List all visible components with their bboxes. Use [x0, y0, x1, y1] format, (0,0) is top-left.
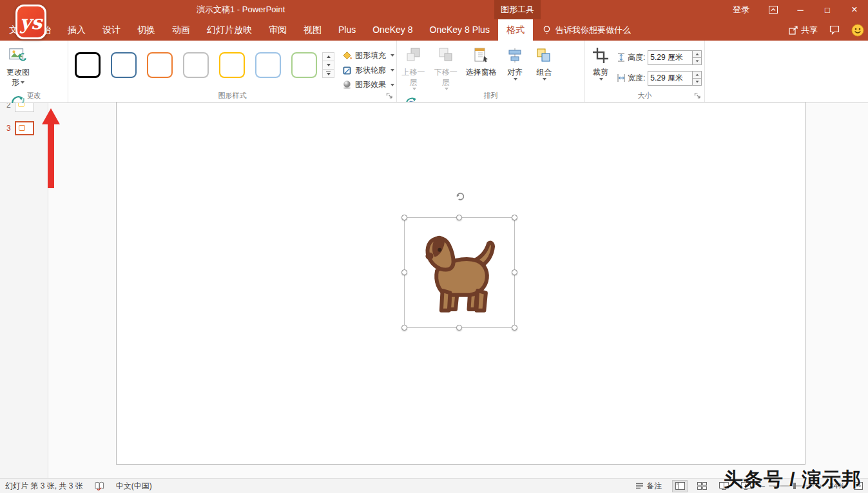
style-swatch-6[interactable]	[255, 52, 281, 78]
rotate-handle-icon[interactable]	[454, 190, 466, 202]
maximize-button[interactable]: □	[814, 0, 841, 19]
slide-indicator: 幻灯片 第 3 张, 共 3 张	[5, 481, 83, 492]
chevron-down-icon	[391, 69, 394, 72]
shape-effects-icon	[342, 80, 352, 90]
width-icon	[617, 73, 625, 82]
group-button[interactable]: 组合	[530, 42, 557, 81]
minimize-button[interactable]: ─	[787, 0, 814, 19]
title-bar: 演示文稿1 - PowerPoint 图形工具 登录 ─ □ ×	[0, 0, 868, 19]
tab-review[interactable]: 审阅	[260, 19, 295, 41]
watermark-text: 头条号 / 演示邦	[724, 467, 862, 493]
height-input[interactable]	[648, 51, 692, 64]
selection-pane-button[interactable]: 选择窗格	[463, 42, 499, 78]
triangle-down-icon	[327, 64, 331, 66]
gallery-more-icon	[326, 72, 331, 76]
dog-image[interactable]	[411, 227, 508, 320]
powerpoint-window: { "logo": { "text": "ys" }, "titlebar": …	[0, 0, 868, 493]
shape-outline-icon	[342, 66, 352, 75]
tab-transitions[interactable]: 切换	[129, 19, 164, 41]
change-shape-icon	[8, 45, 28, 66]
normal-view-button[interactable]	[672, 480, 688, 492]
resize-handle-e[interactable]	[512, 269, 517, 275]
notes-icon	[635, 483, 644, 489]
tab-plus[interactable]: Plus	[330, 19, 364, 41]
height-spinner	[648, 50, 702, 65]
tell-me-box[interactable]: 告诉我你想要做什么	[533, 19, 640, 41]
group-label-arrange: 排列	[397, 91, 584, 101]
ys-logo: ys	[15, 5, 46, 39]
smiley-icon	[851, 24, 864, 37]
crop-icon	[590, 45, 611, 66]
group-arrange: 上移一层 下移一层 选择窗格 对齐	[397, 41, 585, 102]
chevron-down-icon	[599, 78, 603, 81]
tab-format-active[interactable]: 格式	[498, 19, 533, 41]
gallery-scroll-down-button[interactable]	[322, 61, 334, 70]
resize-handle-w[interactable]	[401, 269, 407, 275]
align-icon	[505, 45, 525, 66]
group-change: 更改图 形 Convert to Shape 更改	[0, 41, 68, 102]
tab-slideshow[interactable]: 幻灯片放映	[198, 19, 260, 41]
change-shape-button[interactable]: 更改图 形	[1, 42, 35, 88]
group-size: 裁剪 高度:	[585, 41, 705, 102]
style-swatch-5[interactable]	[219, 52, 245, 78]
shape-fill-button[interactable]: 图形填充	[340, 48, 397, 63]
shape-effects-button[interactable]: 图形效果	[340, 77, 397, 92]
style-swatch-2[interactable]	[111, 52, 137, 78]
align-button[interactable]: 对齐	[501, 42, 528, 81]
ribbon-tab-row: 文 开始 插入 设计 切换 动画 幻灯片放映 审阅 视图 Plus OneKey…	[0, 19, 868, 41]
thumb-3-shape	[19, 125, 25, 131]
resize-handle-n[interactable]	[456, 215, 462, 220]
width-step-up-button[interactable]	[693, 72, 701, 78]
chevron-down-icon	[543, 78, 546, 81]
gallery-scroll-up-button[interactable]	[322, 52, 334, 61]
gallery-more-button[interactable]	[322, 69, 334, 78]
group-label-shape-styles: 图形样式	[68, 91, 396, 101]
resize-handle-ne[interactable]	[512, 215, 517, 220]
comment-icon[interactable]	[829, 25, 840, 35]
resize-handle-nw[interactable]	[401, 215, 407, 220]
style-swatch-3[interactable]	[147, 52, 173, 78]
share-icon	[789, 26, 798, 35]
group-label-size: 大小	[585, 91, 704, 101]
style-swatch-7[interactable]	[291, 52, 317, 78]
close-button[interactable]: ×	[841, 0, 868, 19]
tab-animations[interactable]: 动画	[164, 19, 198, 41]
width-step-down-button[interactable]	[693, 78, 701, 85]
chevron-down-icon	[514, 78, 517, 81]
tab-insert[interactable]: 插入	[59, 19, 94, 41]
chevron-down-icon	[391, 84, 394, 86]
notes-button[interactable]: 备注	[635, 481, 662, 492]
resize-handle-se[interactable]	[512, 325, 517, 331]
tab-onekey8plus[interactable]: OneKey 8 Plus	[421, 19, 498, 41]
width-input[interactable]	[648, 72, 692, 85]
selected-picture-dog[interactable]	[405, 218, 514, 327]
group-label-change: 更改	[0, 91, 68, 101]
ribbon-display-options-icon[interactable]	[760, 0, 787, 19]
bring-forward-button: 上移一层	[398, 42, 429, 90]
chevron-down-icon	[391, 54, 394, 57]
share-button[interactable]: 共享	[789, 24, 818, 36]
shape-outline-button[interactable]: 形状轮廓	[340, 63, 397, 78]
thumb-2-shape	[18, 103, 24, 107]
height-step-up-button[interactable]	[693, 51, 701, 57]
tab-design[interactable]: 设计	[94, 19, 129, 41]
spellcheck-icon[interactable]	[95, 481, 104, 490]
chevron-down-icon	[445, 88, 448, 90]
slide-sorter-view-button[interactable]	[694, 480, 709, 492]
tab-onekey8[interactable]: OneKey 8	[364, 19, 421, 41]
style-swatch-1[interactable]	[75, 52, 101, 78]
height-step-down-button[interactable]	[693, 57, 701, 64]
shape-styles-dialog-launcher-icon[interactable]	[386, 92, 394, 100]
language-indicator[interactable]: 中文(中国)	[116, 481, 152, 492]
style-swatch-4[interactable]	[183, 52, 209, 78]
contextual-tab-header: 图形工具	[494, 0, 541, 19]
resize-handle-sw[interactable]	[401, 325, 407, 331]
crop-button[interactable]: 裁剪	[586, 42, 615, 92]
resize-handle-s[interactable]	[456, 325, 462, 331]
send-backward-icon	[436, 45, 456, 66]
tab-view[interactable]: 视图	[295, 19, 330, 41]
sign-in-button[interactable]: 登录	[722, 0, 760, 19]
send-backward-button: 下移一层	[430, 42, 461, 90]
annotation-arrow-up	[40, 108, 62, 189]
size-dialog-launcher-icon[interactable]	[694, 92, 702, 100]
